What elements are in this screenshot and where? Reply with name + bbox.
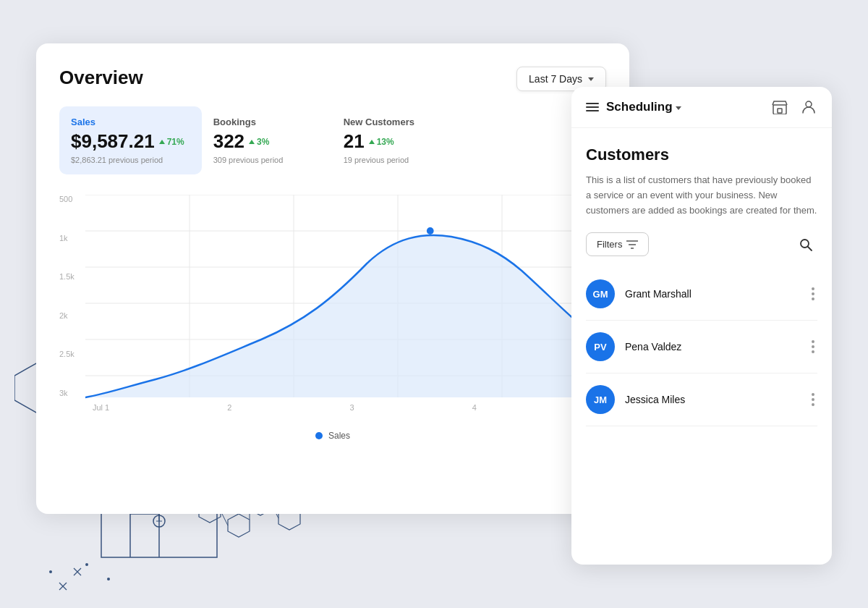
- metric-new-customers-badge: 13%: [369, 137, 394, 147]
- customers-description: This is a list of customers that have pr…: [586, 173, 817, 218]
- hamburger-icon[interactable]: [586, 103, 599, 111]
- metric-sales-label: Sales: [71, 117, 184, 127]
- filter-icon: [626, 240, 638, 250]
- chevron-down-icon: [588, 77, 594, 81]
- metric-bookings-label: Bookings: [213, 117, 315, 127]
- customer-name-jm: Jessica Miles: [625, 394, 799, 405]
- metric-sales-badge: 71%: [159, 137, 184, 147]
- svg-point-33: [49, 570, 52, 573]
- legend-dot: [315, 432, 323, 439]
- svg-rect-48: [778, 109, 782, 113]
- svg-line-32: [74, 568, 81, 575]
- metric-sales-value: $9,587.21 71%: [71, 130, 184, 153]
- metric-sales-prev: $2,863.21 previous period: [71, 156, 184, 164]
- chart-x-labels: Jul 1 2 3 4 5: [85, 403, 606, 412]
- metric-new-customers-prev: 19 previous period: [344, 156, 445, 164]
- svg-line-31: [74, 568, 81, 575]
- date-filter-label: Last 7 Days: [529, 73, 582, 85]
- metric-sales[interactable]: Sales $9,587.21 71% $2,863.21 previous p…: [59, 106, 202, 174]
- filters-label: Filters: [597, 239, 622, 250]
- customer-row: JM Jessica Miles: [586, 373, 817, 426]
- header-icons: [771, 98, 817, 116]
- svg-line-30: [59, 583, 67, 590]
- metric-bookings[interactable]: Bookings 322 3% 309 previous period: [202, 106, 332, 174]
- search-icon: [799, 237, 813, 252]
- person-icon-button[interactable]: [800, 98, 817, 116]
- customers-body: Customers This is a list of customers th…: [571, 128, 832, 438]
- arrow-up-icon: [159, 140, 165, 144]
- metric-new-customers-value: 21 13%: [344, 130, 445, 153]
- filters-button[interactable]: Filters: [586, 232, 649, 256]
- store-icon: [772, 100, 788, 114]
- more-menu-pv[interactable]: [809, 337, 817, 356]
- customer-name-gm: Grant Marshall: [625, 288, 799, 300]
- customers-card: Scheduling: [571, 87, 832, 565]
- legend-label: Sales: [328, 431, 350, 441]
- customers-card-header: Scheduling: [571, 87, 832, 128]
- customers-list: GM Grant Marshall PV Pena Valdez JM Jess…: [586, 268, 817, 426]
- svg-point-47: [427, 227, 434, 235]
- svg-line-29: [59, 583, 67, 590]
- chart-legend: Sales: [315, 431, 350, 441]
- customers-section-title: Customers: [586, 145, 817, 164]
- customer-row: PV Pena Valdez: [586, 321, 817, 373]
- chart-area: 3k 2.5k 2k 1.5k 1k 500: [59, 195, 606, 441]
- customer-avatar-gm: GM: [586, 279, 615, 308]
- metric-bookings-value: 322 3%: [213, 130, 315, 153]
- svg-point-53: [801, 240, 809, 248]
- scheduling-chevron-icon: [676, 106, 681, 110]
- filters-row: Filters: [586, 232, 817, 256]
- overview-card: Overview Last 7 Days Sales $9,587.21 71%…: [36, 43, 629, 514]
- customer-avatar-jm: JM: [586, 385, 615, 414]
- arrow-up-icon: [249, 140, 255, 144]
- more-menu-jm[interactable]: [809, 390, 817, 409]
- svg-point-49: [806, 101, 812, 107]
- arrow-up-icon: [369, 140, 375, 144]
- chart-svg-container: [85, 195, 606, 412]
- metric-new-customers[interactable]: New Customers 21 13% 19 previous period: [332, 106, 462, 174]
- metric-new-customers-label: New Customers: [344, 117, 445, 127]
- sales-chart: [85, 195, 606, 412]
- chart-y-labels: 3k 2.5k 2k 1.5k 1k 500: [59, 195, 82, 397]
- store-icon-button[interactable]: [771, 98, 788, 116]
- customer-name-pv: Pena Valdez: [625, 341, 799, 352]
- person-icon: [801, 99, 816, 115]
- customer-row: GM Grant Marshall: [586, 268, 817, 321]
- metric-bookings-prev: 309 previous period: [213, 156, 315, 164]
- customer-avatar-pv: PV: [586, 332, 615, 361]
- svg-line-54: [808, 247, 812, 250]
- more-menu-gm[interactable]: [809, 284, 817, 303]
- svg-point-35: [107, 578, 110, 580]
- metric-bookings-badge: 3%: [249, 137, 269, 147]
- scheduling-title: Scheduling: [606, 100, 764, 114]
- search-button[interactable]: [794, 233, 817, 256]
- cards-container: Overview Last 7 Days Sales $9,587.21 71%…: [36, 43, 832, 565]
- metrics-row: Sales $9,587.21 71% $2,863.21 previous p…: [59, 106, 606, 174]
